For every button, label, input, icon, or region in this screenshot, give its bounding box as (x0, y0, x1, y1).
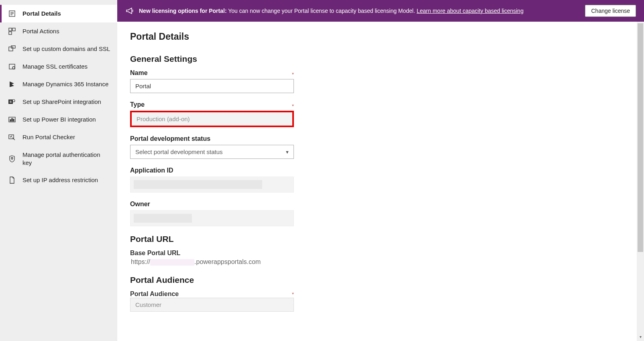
sidebar-item-portal-checker[interactable]: Run Portal Checker (0, 128, 117, 146)
chevron-down-icon: ▼ (285, 150, 289, 154)
sidebar-item-label: Set up SharePoint integration (22, 98, 101, 106)
scrollbar[interactable]: ▾ (637, 22, 644, 341)
sidebar: Portal Details Portal Actions Set up cus… (0, 0, 117, 341)
required-mark: * (292, 291, 294, 297)
svg-rect-4 (9, 28, 12, 31)
url-redacted (150, 259, 194, 266)
scroll-down-icon[interactable]: ▾ (638, 335, 643, 340)
name-field: Name * (130, 69, 631, 93)
banner-learn-more-link[interactable]: Learn more about capacity based licensin… (417, 8, 524, 14)
svg-point-10 (12, 67, 15, 69)
base-url-label: Base Portal URL (130, 250, 180, 256)
sidebar-item-sharepoint[interactable]: S Set up SharePoint integration (0, 93, 117, 111)
url-suffix: .powerappsportals.com (194, 258, 261, 265)
sidebar-item-portal-details[interactable]: Portal Details (0, 5, 117, 22)
owner-label: Owner (130, 201, 631, 208)
audience-label: Portal Audience (130, 290, 179, 298)
name-label: Name (130, 69, 148, 77)
audience-value: Customer (130, 298, 294, 312)
sidebar-item-powerbi[interactable]: Set up Power BI integration (0, 111, 117, 128)
svg-rect-5 (12, 28, 15, 31)
sidebar-item-label: Run Portal Checker (22, 133, 75, 141)
required-mark: * (292, 103, 294, 109)
url-prefix: https:// (131, 258, 150, 265)
audience-field: Portal Audience * Customer (130, 290, 631, 312)
banner-bold-text: New licensing options for Portal: (139, 8, 227, 14)
certificate-icon (8, 63, 16, 71)
sidebar-item-label: Manage Dynamics 365 Instance (22, 80, 108, 88)
sidebar-item-label: Set up Power BI integration (22, 116, 96, 124)
main-content: New licensing options for Portal: You ca… (117, 0, 644, 341)
type-label: Type (130, 101, 145, 108)
sidebar-item-label: Portal Actions (22, 27, 59, 35)
portal-url-heading: Portal URL (130, 234, 631, 244)
shield-icon (8, 155, 16, 163)
app-id-field: Application ID (130, 167, 631, 193)
licensing-banner: New licensing options for Portal: You ca… (117, 0, 644, 22)
banner-text: New licensing options for Portal: You ca… (139, 8, 579, 14)
sidebar-item-custom-domains[interactable]: Set up custom domains and SSL (0, 40, 117, 58)
sidebar-item-portal-actions[interactable]: Portal Actions (0, 22, 117, 40)
portal-audience-heading: Portal Audience (130, 275, 631, 285)
document-icon (8, 176, 16, 184)
banner-body-text: You can now change your Portal license t… (227, 8, 417, 14)
dev-status-field: Portal development status Select portal … (130, 135, 631, 159)
sharepoint-icon: S (8, 98, 16, 106)
type-field: Type * Production (add-on) (130, 101, 631, 127)
base-url-value: https://.powerappsportals.com (130, 257, 631, 267)
required-mark: * (292, 71, 294, 77)
change-license-button[interactable]: Change license (585, 5, 636, 17)
svg-rect-7 (9, 47, 13, 51)
svg-point-19 (11, 157, 13, 159)
content-area: Portal Details General Settings Name * T… (117, 22, 644, 341)
sidebar-item-auth-key[interactable]: Manage portal authentication key (0, 146, 117, 171)
svg-rect-15 (10, 120, 11, 121)
page-title: Portal Details (130, 31, 631, 42)
app-id-label: Application ID (130, 167, 631, 174)
dynamics-icon (8, 80, 16, 88)
actions-icon (8, 27, 16, 35)
app-id-value (130, 177, 294, 193)
owner-field: Owner (130, 201, 631, 226)
sidebar-item-label: Manage SSL certificates (22, 63, 88, 71)
general-settings-heading: General Settings (130, 54, 631, 64)
checker-icon (8, 133, 16, 141)
svg-rect-6 (9, 32, 12, 35)
svg-text:S: S (10, 100, 12, 104)
dev-status-placeholder: Select portal development status (135, 148, 223, 155)
owner-value (130, 210, 294, 226)
scrollbar-thumb[interactable] (638, 23, 643, 252)
details-icon (8, 10, 16, 18)
svg-rect-17 (13, 119, 14, 121)
powerbi-icon (8, 116, 16, 124)
sidebar-item-ip-restriction[interactable]: Set up IP address restriction (0, 171, 117, 189)
sidebar-item-label: Manage portal authentication key (22, 151, 111, 166)
dev-status-label: Portal development status (130, 135, 631, 142)
sidebar-item-ssl-certificates[interactable]: Manage SSL certificates (0, 58, 117, 75)
sidebar-item-label: Portal Details (22, 10, 61, 18)
sidebar-item-label: Set up custom domains and SSL (22, 45, 110, 53)
megaphone-icon (125, 6, 134, 15)
type-value-highlighted: Production (add-on) (130, 111, 294, 127)
base-url-field: Base Portal URL https://.powerappsportal… (130, 250, 631, 267)
dev-status-select[interactable]: Select portal development status ▼ (130, 145, 294, 159)
sidebar-item-label: Set up IP address restriction (22, 176, 98, 184)
domain-icon (8, 45, 16, 53)
svg-rect-16 (12, 118, 12, 121)
sidebar-item-dynamics-instance[interactable]: Manage Dynamics 365 Instance (0, 75, 117, 93)
name-input[interactable] (130, 79, 294, 93)
